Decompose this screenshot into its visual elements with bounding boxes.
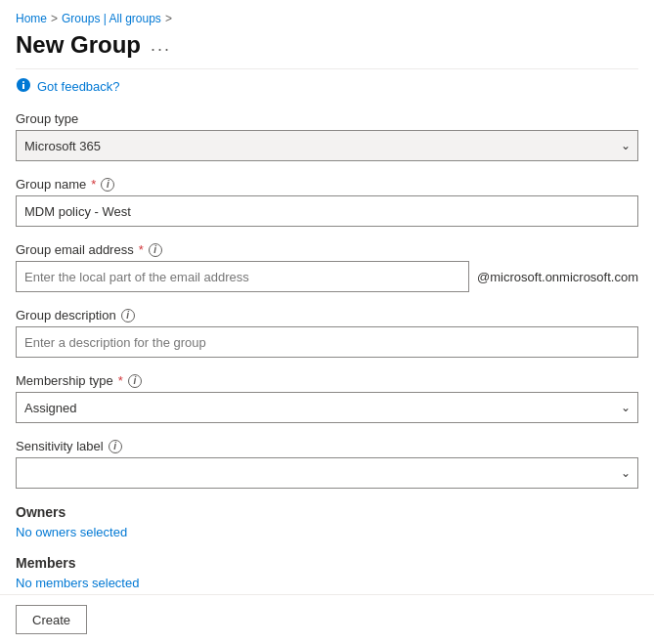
members-title: Members bbox=[16, 555, 638, 571]
email-input-wrapper bbox=[16, 261, 469, 292]
group-name-info-icon[interactable]: i bbox=[101, 178, 114, 192]
group-email-info-icon[interactable]: i bbox=[149, 243, 162, 257]
page-title: New Group bbox=[16, 31, 141, 59]
sensitivity-label-info-icon[interactable]: i bbox=[109, 440, 122, 453]
group-type-select-wrapper: Microsoft 365SecurityMail-enabled Securi… bbox=[16, 130, 638, 161]
group-email-input[interactable] bbox=[16, 261, 469, 292]
feedback-icon bbox=[16, 77, 31, 96]
membership-type-select[interactable]: AssignedDynamic UserDynamic Device bbox=[16, 392, 638, 423]
breadcrumb: Home > Groups | All groups > bbox=[16, 12, 638, 25]
group-email-required: * bbox=[139, 242, 144, 257]
group-name-required: * bbox=[91, 177, 96, 192]
sensitivity-label-label: Sensitivity label i bbox=[16, 439, 638, 453]
create-button[interactable]: Create bbox=[16, 605, 87, 634]
members-no-selected[interactable]: No members selected bbox=[16, 576, 139, 590]
breadcrumb-home[interactable]: Home bbox=[16, 12, 47, 25]
membership-type-section: Membership type * i AssignedDynamic User… bbox=[16, 373, 638, 423]
group-type-section: Group type Microsoft 365SecurityMail-ena… bbox=[16, 111, 638, 161]
breadcrumb-groups[interactable]: Groups | All groups bbox=[62, 12, 161, 25]
group-name-section: Group name * i bbox=[16, 177, 638, 227]
group-name-input[interactable] bbox=[16, 195, 638, 227]
email-row: @microsoft.onmicrosoft.com bbox=[16, 261, 638, 292]
owners-section: Owners No owners selected bbox=[16, 504, 638, 539]
membership-type-info-icon[interactable]: i bbox=[128, 374, 142, 388]
feedback-label: Got feedback? bbox=[37, 79, 120, 94]
feedback-row[interactable]: Got feedback? bbox=[0, 69, 654, 104]
footer-area: Create bbox=[0, 594, 654, 644]
group-type-label: Group type bbox=[16, 111, 638, 126]
group-description-input[interactable] bbox=[16, 326, 638, 358]
sensitivity-label-section: Sensitivity label i ⌄ bbox=[16, 439, 638, 489]
group-email-section: Group email address * i @microsoft.onmic… bbox=[16, 242, 638, 292]
more-options-icon[interactable]: ... bbox=[151, 35, 171, 56]
owners-title: Owners bbox=[16, 504, 638, 520]
group-email-label: Group email address * i bbox=[16, 242, 638, 257]
content-scroll[interactable]: Group type Microsoft 365SecurityMail-ena… bbox=[0, 104, 654, 594]
membership-type-required: * bbox=[118, 373, 123, 388]
group-description-info-icon[interactable]: i bbox=[121, 309, 135, 322]
header-area: Home > Groups | All groups > New Group .… bbox=[0, 0, 654, 69]
breadcrumb-sep-2: > bbox=[165, 12, 172, 25]
sensitivity-label-select-wrapper: ⌄ bbox=[16, 457, 638, 489]
email-domain: @microsoft.onmicrosoft.com bbox=[477, 270, 638, 284]
page-title-row: New Group ... bbox=[16, 31, 638, 59]
group-description-label: Group description i bbox=[16, 308, 638, 322]
membership-type-select-wrapper: AssignedDynamic UserDynamic Device ⌄ bbox=[16, 392, 638, 423]
sensitivity-label-select[interactable] bbox=[16, 457, 638, 489]
breadcrumb-sep-1: > bbox=[51, 12, 58, 25]
group-description-section: Group description i bbox=[16, 308, 638, 358]
membership-type-label: Membership type * i bbox=[16, 373, 638, 388]
group-type-select[interactable]: Microsoft 365SecurityMail-enabled Securi… bbox=[16, 130, 638, 161]
page-container: Home > Groups | All groups > New Group .… bbox=[0, 0, 654, 644]
group-name-label: Group name * i bbox=[16, 177, 638, 192]
owners-no-selected[interactable]: No owners selected bbox=[16, 525, 127, 539]
members-section: Members No members selected bbox=[16, 555, 638, 590]
